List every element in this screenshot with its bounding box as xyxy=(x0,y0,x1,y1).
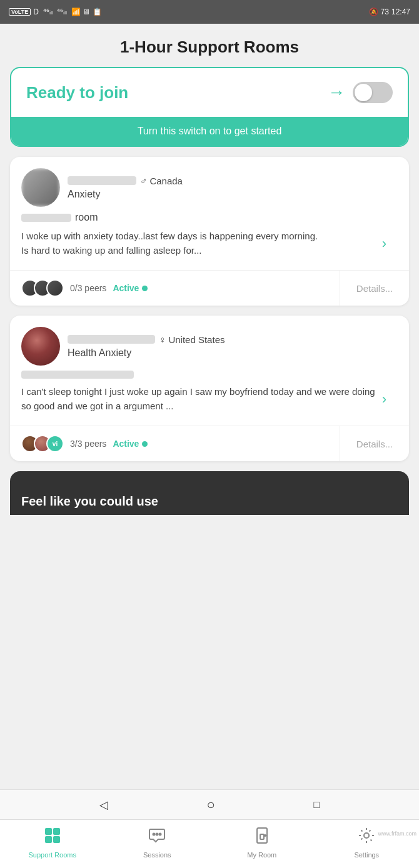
footer-peers-1: 0/3 peers Active xyxy=(10,271,340,306)
footer-peers-2: vi 3/3 peers Active xyxy=(10,426,340,461)
svg-rect-8 xyxy=(260,834,264,839)
peer-count-2: 3/3 peers xyxy=(70,439,106,449)
svg-rect-2 xyxy=(45,836,52,843)
partial-card-text: Feel like you could use xyxy=(21,494,158,509)
partial-card: Feel like you could use xyxy=(10,471,409,515)
sessions-icon xyxy=(148,827,166,849)
active-badge-1: Active xyxy=(113,283,148,293)
svg-rect-0 xyxy=(45,828,52,835)
my-room-icon xyxy=(253,827,271,849)
user-row-1: ♂ Canada Anxiety xyxy=(21,168,398,207)
nav-sessions[interactable]: Sessions xyxy=(105,820,210,868)
nav-settings[interactable]: Settings xyxy=(315,820,420,868)
watermark: www.frfam.com xyxy=(378,831,416,837)
battery-level: 73 xyxy=(381,7,389,16)
nav-label-my-room: My Room xyxy=(247,851,276,859)
active-dot-2 xyxy=(142,441,148,447)
svg-point-9 xyxy=(265,835,266,836)
avatar-2 xyxy=(21,327,60,366)
ready-label: Ready to join xyxy=(26,83,128,102)
status-right: 🔕 73 12:47 xyxy=(369,7,410,16)
peers-avatars-2: vi xyxy=(21,435,64,452)
gender-location-2: ♀ United States xyxy=(159,334,225,345)
footer-details-1[interactable]: Details... xyxy=(340,271,409,306)
avatar-1 xyxy=(21,168,60,207)
support-rooms-icon xyxy=(44,827,61,849)
room-message-1: I woke up with anxiety today..last few d… xyxy=(21,229,375,257)
user-topic-2: Health Anxiety xyxy=(68,347,131,358)
svg-point-5 xyxy=(156,834,158,836)
active-badge-2: Active xyxy=(113,439,148,449)
status-bar: VoLTE D ⁴⁶ᵢₗₗ ⁴⁶ᵢₗₗ 📶 🖥 📋 🔕 73 12:47 xyxy=(0,0,419,24)
sys-nav: ◁ ○ □ xyxy=(0,789,419,819)
user-info-1: ♂ Canada Anxiety xyxy=(68,176,398,200)
arrow-icon: → xyxy=(328,82,345,102)
svg-point-6 xyxy=(159,834,161,836)
svg-point-4 xyxy=(153,834,155,836)
ready-to-join-card: Ready to join → Turn this switch on to g… xyxy=(10,67,409,147)
notification-icon: 🔕 xyxy=(369,7,378,16)
nav-label-support-rooms: Support Rooms xyxy=(29,851,76,859)
peer-count-1: 0/3 peers xyxy=(70,283,106,293)
room-name-blur-2 xyxy=(21,371,134,379)
nav-support-rooms[interactable]: Support Rooms xyxy=(0,820,105,868)
svg-rect-3 xyxy=(53,836,60,843)
active-label-1: Active xyxy=(113,283,139,293)
avatar-blur-1 xyxy=(21,168,60,207)
details-label-2: Details... xyxy=(356,439,393,449)
room-name-text-1: room xyxy=(75,212,98,223)
svg-point-10 xyxy=(364,833,369,838)
room-card-2-body: ♀ United States Health Anxiety I can't s… xyxy=(10,316,409,426)
user-topic-1: Anxiety xyxy=(68,189,100,199)
ready-right: → xyxy=(328,82,393,103)
bottom-nav: Support Rooms Sessions My Room xyxy=(0,819,419,868)
peer-av-1c xyxy=(46,279,64,297)
room-card-2[interactable]: ♀ United States Health Anxiety I can't s… xyxy=(10,316,409,461)
user-info-2: ♀ United States Health Anxiety xyxy=(68,334,398,359)
user-name-row-2: ♀ United States xyxy=(68,334,398,345)
peer-av-2c: vi xyxy=(46,435,64,452)
settings-icon xyxy=(358,827,375,849)
page-title: 1-Hour Support Rooms xyxy=(0,24,419,67)
room-name-row-2 xyxy=(21,371,398,379)
room-name-row-1: room xyxy=(21,212,398,223)
status-left: VoLTE D ⁴⁶ᵢₗₗ ⁴⁶ᵢₗₗ 📶 🖥 📋 xyxy=(9,7,102,16)
ready-banner[interactable]: Turn this switch on to get started xyxy=(11,117,408,146)
room-footer-1: 0/3 peers Active Details... xyxy=(10,270,409,306)
nav-label-sessions: Sessions xyxy=(143,851,171,859)
user-row-2: ♀ United States Health Anxiety xyxy=(21,327,398,366)
sys-recents-btn[interactable]: □ xyxy=(313,799,320,811)
message-row-2: I can't sleep tonight I just woke up aga… xyxy=(21,385,398,413)
sys-back-btn[interactable]: ◁ xyxy=(99,798,108,812)
peers-avatars-1 xyxy=(21,279,64,297)
details-label-1: Details... xyxy=(356,283,393,294)
gender-location-1: ♂ Canada xyxy=(140,176,183,186)
toggle-knob xyxy=(355,84,372,101)
signal-icons: D ⁴⁶ᵢₗₗ ⁴⁶ᵢₗₗ 📶 🖥 📋 xyxy=(33,7,101,16)
ready-toggle[interactable] xyxy=(353,82,393,103)
username-blur-2 xyxy=(68,335,155,344)
nav-label-settings: Settings xyxy=(354,851,379,859)
volte-badge: VoLTE xyxy=(9,8,31,16)
room-card-1[interactable]: ♂ Canada Anxiety room I woke up with anx… xyxy=(10,157,409,306)
nav-my-room[interactable]: My Room xyxy=(210,820,315,868)
avatar-photo-2 xyxy=(21,327,60,366)
room-footer-2: vi 3/3 peers Active Details... xyxy=(10,426,409,461)
room-card-1-body: ♂ Canada Anxiety room I woke up with anx… xyxy=(10,157,409,270)
active-dot-1 xyxy=(142,286,148,291)
svg-rect-1 xyxy=(53,828,60,835)
room-1-chevron[interactable]: › xyxy=(382,236,386,252)
room-name-blur-1 xyxy=(21,214,71,222)
footer-details-2[interactable]: Details... xyxy=(340,426,409,461)
active-label-2: Active xyxy=(113,439,139,449)
user-name-row-1: ♂ Canada xyxy=(68,176,398,186)
main-content: 1-Hour Support Rooms Ready to join → Tur… xyxy=(0,24,419,565)
time-display: 12:47 xyxy=(391,7,410,16)
sys-home-btn[interactable]: ○ xyxy=(207,797,215,813)
room-2-chevron[interactable]: › xyxy=(382,391,386,407)
room-message-2: I can't sleep tonight I just woke up aga… xyxy=(21,385,375,413)
username-blur-1 xyxy=(68,176,136,185)
ready-top: Ready to join → xyxy=(11,68,408,117)
message-row-1: I woke up with anxiety today..last few d… xyxy=(21,229,398,257)
